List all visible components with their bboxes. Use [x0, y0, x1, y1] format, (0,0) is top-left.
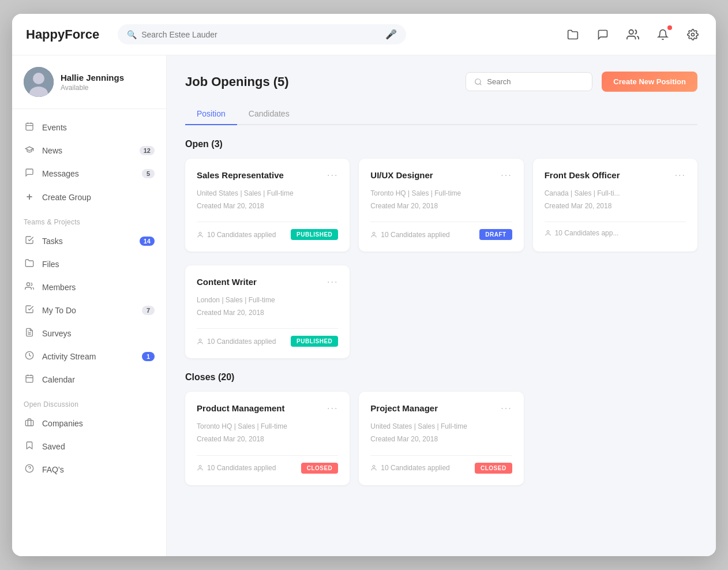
folder-icon[interactable]	[564, 25, 582, 44]
sidebar-label-tasks: Tasks	[42, 237, 133, 246]
sidebar-item-activity-stream[interactable]: Activity Stream 1	[12, 345, 166, 368]
notification-badge	[667, 25, 672, 30]
card-footer-4: 10 Candidates applied PUBLISHED	[197, 328, 338, 347]
card-title-3: Front Desk Officer	[545, 170, 620, 180]
calendar-icon	[24, 374, 35, 385]
svg-point-20	[475, 78, 481, 84]
user-status: Available	[61, 84, 124, 92]
card-candidates-4: 10 Candidates applied	[197, 337, 276, 346]
open-cards-grid: Sales Representative ··· United States |…	[185, 159, 697, 252]
sidebar-item-messages[interactable]: Messages 5	[12, 162, 166, 185]
sidebar-label-news: News	[42, 146, 133, 155]
job-card-project-manager: Project Manager ··· United States | Sale…	[359, 392, 523, 485]
avatar	[24, 67, 54, 97]
card-footer-5: 10 Candidates applied CLOSED	[197, 455, 338, 474]
card-candidates-5: 10 Candidates applied	[197, 464, 276, 472]
card-location-6: United States | Sales | Full-time	[370, 421, 512, 433]
card-more-2[interactable]: ···	[501, 170, 512, 181]
card-created-6: Created Mar 20, 2018	[370, 433, 512, 446]
card-location-2: Toronto HQ | Sales | Full-time	[370, 187, 512, 200]
sidebar-label-files: Files	[42, 260, 155, 269]
user-profile: Hallie Jennings Available	[12, 67, 166, 109]
svg-point-23	[373, 232, 375, 234]
card-title-6: Project Manager	[370, 403, 438, 413]
card-more-5[interactable]: ···	[327, 403, 338, 414]
settings-icon[interactable]	[684, 25, 702, 44]
top-nav: HappyForce 🔍 🎤	[12, 14, 716, 55]
job-card-ui-ux: UI/UX Designer ··· Toronto HQ | Sales | …	[359, 159, 523, 252]
create-position-button[interactable]: Create New Position	[602, 72, 697, 92]
person-icon-5	[197, 464, 204, 471]
job-card-content-writer: Content Writer ··· London | Sales | Full…	[185, 265, 350, 358]
sidebar-item-calendar[interactable]: Calendar	[12, 368, 166, 391]
surveys-icon	[24, 328, 35, 339]
card-header-2: UI/UX Designer ···	[370, 170, 512, 181]
svg-point-3	[33, 73, 44, 84]
card-meta-5: Toronto HQ | Sales | Full-time Created M…	[197, 421, 338, 445]
todo-badge: 7	[142, 306, 155, 315]
card-candidates-2: 10 Candidates applied	[370, 231, 449, 239]
svg-point-25	[199, 339, 201, 341]
search-input[interactable]	[141, 30, 381, 39]
tasks-badge: 14	[140, 237, 155, 246]
events-icon	[24, 122, 35, 133]
chat-icon[interactable]	[594, 25, 612, 44]
content-search-input[interactable]	[487, 77, 584, 86]
tabs: Position Candidates	[185, 103, 697, 125]
svg-line-21	[480, 83, 482, 85]
svg-point-26	[199, 466, 201, 468]
svg-point-27	[373, 466, 375, 468]
svg-point-0	[629, 29, 633, 33]
job-card-front-desk: Front Desk Officer ··· Canada | Sales | …	[533, 159, 697, 252]
global-search-bar[interactable]: 🔍 🎤	[118, 24, 406, 44]
tab-candidates[interactable]: Candidates	[237, 103, 301, 124]
card-more-4[interactable]: ···	[327, 277, 338, 287]
sidebar-item-companies[interactable]: Companies	[12, 412, 166, 435]
card-location-4: London | Sales | Full-time	[197, 294, 338, 307]
page-header: Job Openings (5) Create New Position	[185, 72, 697, 92]
sidebar-label-members: Members	[42, 283, 155, 292]
content-search-bar[interactable]	[466, 72, 592, 91]
card-location-3: Canada | Sales | Full-ti...	[545, 187, 686, 200]
app-logo: HappyForce	[26, 27, 99, 42]
sidebar-label-my-todo: My To Do	[42, 306, 135, 315]
card-more-1[interactable]: ···	[327, 170, 338, 181]
card-title-2: UI/UX Designer	[370, 170, 433, 180]
open-discussion-label: Open Discussion	[12, 391, 166, 412]
sidebar-item-events[interactable]: Events	[12, 116, 166, 139]
messages-badge: 5	[142, 169, 155, 178]
activity-badge: 1	[142, 352, 155, 361]
content-area: Job Openings (5) Create New Position Pos…	[167, 55, 716, 556]
sidebar-item-my-todo[interactable]: My To Do 7	[12, 299, 166, 322]
sidebar-item-surveys[interactable]: Surveys	[12, 322, 166, 345]
companies-icon	[24, 418, 35, 429]
teams-section-label: Teams & Projects	[12, 209, 166, 230]
sidebar: Hallie Jennings Available Events News 12	[12, 55, 167, 556]
sidebar-item-news[interactable]: News 12	[12, 139, 166, 162]
card-meta-3: Canada | Sales | Full-ti... Created Mar …	[545, 187, 686, 212]
bell-icon[interactable]	[654, 25, 672, 44]
card-title-5: Product Management	[197, 403, 285, 413]
sidebar-item-saved[interactable]: Saved	[12, 435, 166, 458]
sidebar-item-faqs[interactable]: FAQ's	[12, 458, 166, 481]
sidebar-label-saved: Saved	[42, 442, 155, 451]
svg-rect-5	[26, 123, 33, 130]
sidebar-item-create-group[interactable]: + Create Group	[12, 185, 166, 209]
person-icon-6	[370, 464, 377, 471]
sidebar-item-members[interactable]: Members	[12, 276, 166, 299]
people-icon[interactable]	[624, 25, 642, 44]
sidebar-item-files[interactable]: Files	[12, 253, 166, 276]
sidebar-item-tasks[interactable]: Tasks 14	[12, 230, 166, 253]
mic-icon[interactable]: 🎤	[385, 29, 397, 40]
card-header-4: Content Writer ···	[197, 277, 338, 287]
messages-icon	[24, 168, 35, 179]
svg-rect-13	[26, 376, 33, 382]
nav-icons	[564, 25, 702, 44]
sidebar-label-messages: Messages	[42, 169, 135, 178]
card-more-6[interactable]: ···	[501, 403, 512, 414]
card-header-3: Front Desk Officer ···	[545, 170, 686, 181]
content-search-icon	[474, 78, 482, 86]
card-more-3[interactable]: ···	[675, 170, 686, 181]
card-created-1: Created Mar 20, 2018	[197, 200, 338, 213]
tab-position[interactable]: Position	[185, 103, 237, 125]
